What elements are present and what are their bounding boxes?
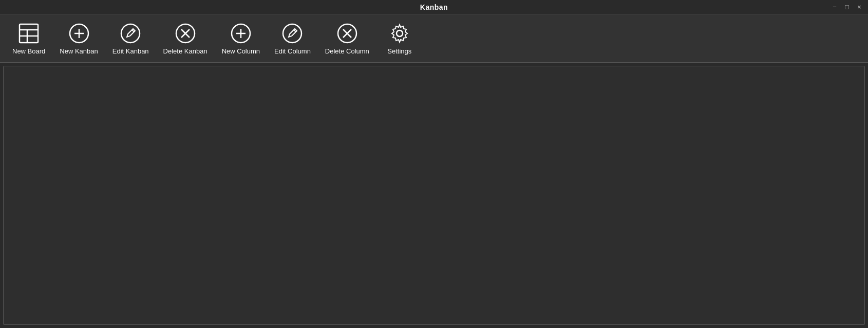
edit-column-button[interactable]: Edit Column xyxy=(267,19,318,58)
svg-point-15 xyxy=(283,24,301,43)
minimize-button[interactable]: − xyxy=(830,3,839,12)
svg-point-7 xyxy=(121,24,140,43)
delete-column-label: Delete Column xyxy=(325,47,369,55)
edit-column-icon xyxy=(280,22,304,45)
delete-kanban-icon xyxy=(174,22,197,45)
edit-kanban-button[interactable]: Edit Kanban xyxy=(105,19,156,58)
svg-point-20 xyxy=(397,30,403,37)
window-controls: − □ × xyxy=(830,3,864,12)
close-button[interactable]: × xyxy=(855,3,864,12)
delete-kanban-button[interactable]: Delete Kanban xyxy=(156,19,215,58)
new-kanban-button[interactable]: New Kanban xyxy=(52,19,105,58)
table-icon xyxy=(17,22,41,45)
new-column-icon xyxy=(229,22,253,45)
edit-column-label: Edit Column xyxy=(274,47,311,55)
new-kanban-icon xyxy=(67,22,91,45)
delete-column-button[interactable]: Delete Column xyxy=(318,19,376,58)
svg-rect-0 xyxy=(20,24,38,43)
edit-kanban-label: Edit Kanban xyxy=(112,47,149,55)
new-board-button[interactable]: New Board xyxy=(5,19,52,58)
delete-kanban-label: Delete Kanban xyxy=(163,47,207,55)
edit-kanban-icon xyxy=(119,22,142,45)
new-board-label: New Board xyxy=(12,47,45,55)
delete-column-icon xyxy=(335,22,359,45)
new-kanban-label: New Kanban xyxy=(60,47,98,55)
maximize-button[interactable]: □ xyxy=(842,3,852,12)
new-column-button[interactable]: New Column xyxy=(215,19,267,58)
gear-icon xyxy=(388,22,411,45)
new-column-label: New Column xyxy=(222,47,260,55)
app-title: Kanban xyxy=(420,3,448,11)
settings-label: Settings xyxy=(387,47,411,55)
settings-button[interactable]: Settings xyxy=(376,19,423,58)
toolbar: New Board New Kanban Edit Kanban xyxy=(0,14,868,63)
title-bar: Kanban − □ × xyxy=(0,0,868,14)
main-content-area xyxy=(3,66,865,325)
